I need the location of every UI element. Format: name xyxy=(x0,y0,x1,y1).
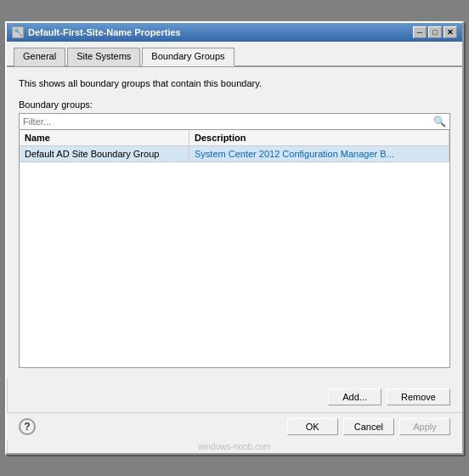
help-button[interactable]: ? xyxy=(19,418,36,435)
dialog-footer: ? OK Cancel Apply xyxy=(7,412,462,440)
table-row[interactable]: Default AD Site Boundary Group System Ce… xyxy=(20,146,449,162)
remove-button[interactable]: Remove xyxy=(387,388,450,405)
cell-name: Default AD Site Boundary Group xyxy=(20,146,189,162)
minimize-button[interactable]: ─ xyxy=(413,26,427,38)
apply-button[interactable]: Apply xyxy=(399,418,450,435)
table-container: Name Description Default AD Site Boundar… xyxy=(19,130,450,368)
cell-description: System Center 2012 Configuration Manager… xyxy=(189,146,449,162)
col-description: Description xyxy=(189,130,449,145)
watermark: windows-noob.com xyxy=(7,440,462,453)
title-controls: ─ □ ✕ xyxy=(413,26,457,38)
tab-content: This shows all boundary groups that cont… xyxy=(7,67,462,377)
title-bar: 🔧 Default-First-Site-Name Properties ─ □… xyxy=(7,23,462,42)
section-label: Boundary groups: xyxy=(19,99,450,110)
tabs-bar: General Site Systems Boundary Groups xyxy=(7,42,462,67)
col-name: Name xyxy=(20,130,189,145)
tab-boundary-groups[interactable]: Boundary Groups xyxy=(142,48,234,66)
tab-site-systems[interactable]: Site Systems xyxy=(67,48,140,66)
info-text: This shows all boundary groups that cont… xyxy=(19,77,450,90)
main-window: 🔧 Default-First-Site-Name Properties ─ □… xyxy=(5,21,464,454)
maximize-button[interactable]: □ xyxy=(428,26,442,38)
table-header: Name Description xyxy=(20,130,449,146)
tab-general[interactable]: General xyxy=(14,48,65,66)
window-icon: 🔧 xyxy=(12,26,24,38)
filter-input[interactable] xyxy=(20,115,430,128)
filter-bar: 🔍 xyxy=(19,113,450,130)
window-title: Default-First-Site-Name Properties xyxy=(28,27,181,37)
action-buttons: Add... Remove xyxy=(7,382,462,412)
cancel-button[interactable]: Cancel xyxy=(343,418,394,435)
ok-button[interactable]: OK xyxy=(287,418,338,435)
add-button[interactable]: Add... xyxy=(328,388,381,405)
close-button[interactable]: ✕ xyxy=(444,26,457,38)
search-icon: 🔍 xyxy=(430,114,449,129)
